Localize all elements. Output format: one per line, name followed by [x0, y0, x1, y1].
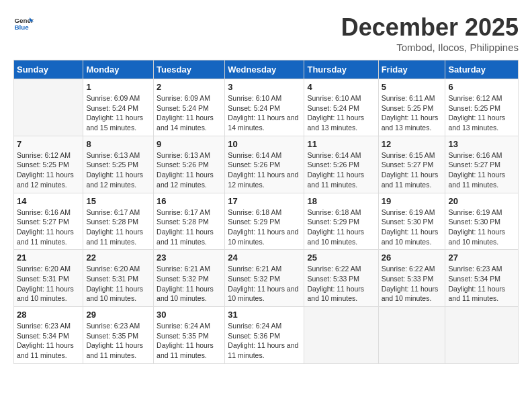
day-info: Sunrise: 6:18 AMSunset: 5:29 PMDaylight:… — [228, 208, 301, 247]
day-number: 18 — [307, 196, 375, 206]
day-cell: 14 Sunrise: 6:16 AMSunset: 5:27 PMDaylig… — [14, 193, 83, 250]
day-cell: 31 Sunrise: 6:24 AMSunset: 5:36 PMDaylig… — [225, 307, 304, 364]
col-header-tuesday: Tuesday — [154, 60, 225, 79]
day-cell: 16 Sunrise: 6:17 AMSunset: 5:28 PMDaylig… — [154, 193, 225, 250]
day-info: Sunrise: 6:14 AMSunset: 5:26 PMDaylight:… — [228, 150, 301, 190]
day-info: Sunrise: 6:20 AMSunset: 5:31 PMDaylight:… — [86, 264, 150, 304]
day-number: 17 — [228, 196, 301, 206]
day-cell: 9 Sunrise: 6:13 AMSunset: 5:26 PMDayligh… — [154, 136, 225, 193]
day-cell: 10 Sunrise: 6:14 AMSunset: 5:26 PMDaylig… — [225, 136, 304, 193]
day-number: 14 — [17, 196, 80, 206]
col-header-saturday: Saturday — [445, 60, 519, 79]
day-info: Sunrise: 6:16 AMSunset: 5:27 PMDaylight:… — [448, 150, 515, 190]
day-cell — [304, 307, 378, 364]
day-cell: 17 Sunrise: 6:18 AMSunset: 5:29 PMDaylig… — [225, 193, 304, 250]
day-cell: 2 Sunrise: 6:09 AMSunset: 5:24 PMDayligh… — [154, 79, 225, 136]
day-number: 28 — [17, 310, 80, 320]
day-number: 31 — [228, 310, 301, 320]
day-number: 2 — [157, 82, 222, 92]
day-cell — [14, 79, 83, 136]
day-number: 8 — [86, 139, 150, 149]
title-block: December 2025 Tombod, Ilocos, Philippine… — [341, 13, 519, 53]
col-header-thursday: Thursday — [304, 60, 378, 79]
calendar-table: SundayMondayTuesdayWednesdayThursdayFrid… — [13, 60, 519, 364]
day-cell: 29 Sunrise: 6:23 AMSunset: 5:35 PMDaylig… — [83, 307, 154, 364]
day-cell: 4 Sunrise: 6:10 AMSunset: 5:24 PMDayligh… — [304, 79, 378, 136]
day-info: Sunrise: 6:22 AMSunset: 5:33 PMDaylight:… — [307, 264, 375, 304]
day-info: Sunrise: 6:24 AMSunset: 5:35 PMDaylight:… — [157, 321, 222, 361]
day-cell: 20 Sunrise: 6:19 AMSunset: 5:30 PMDaylig… — [445, 193, 519, 250]
day-cell: 12 Sunrise: 6:15 AMSunset: 5:27 PMDaylig… — [378, 136, 445, 193]
day-number: 24 — [228, 253, 301, 263]
day-info: Sunrise: 6:23 AMSunset: 5:34 PMDaylight:… — [448, 264, 515, 304]
day-number: 10 — [228, 139, 301, 149]
week-row-1: 1 Sunrise: 6:09 AMSunset: 5:24 PMDayligh… — [14, 79, 519, 136]
col-header-sunday: Sunday — [14, 60, 83, 79]
day-info: Sunrise: 6:10 AMSunset: 5:24 PMDaylight:… — [228, 93, 301, 133]
day-cell: 27 Sunrise: 6:23 AMSunset: 5:34 PMDaylig… — [445, 250, 519, 307]
day-info: Sunrise: 6:09 AMSunset: 5:24 PMDaylight:… — [86, 93, 150, 133]
day-info: Sunrise: 6:20 AMSunset: 5:31 PMDaylight:… — [17, 264, 80, 304]
logo: General Blue — [13, 13, 34, 34]
day-number: 25 — [307, 253, 375, 263]
day-cell: 22 Sunrise: 6:20 AMSunset: 5:31 PMDaylig… — [83, 250, 154, 307]
day-info: Sunrise: 6:12 AMSunset: 5:25 PMDaylight:… — [17, 150, 80, 190]
week-row-4: 21 Sunrise: 6:20 AMSunset: 5:31 PMDaylig… — [14, 250, 519, 307]
logo-icon: General Blue — [13, 13, 34, 34]
col-header-friday: Friday — [378, 60, 445, 79]
day-cell — [445, 307, 519, 364]
day-number: 22 — [86, 253, 150, 263]
week-row-3: 14 Sunrise: 6:16 AMSunset: 5:27 PMDaylig… — [14, 193, 519, 250]
day-cell: 25 Sunrise: 6:22 AMSunset: 5:33 PMDaylig… — [304, 250, 378, 307]
day-number: 23 — [157, 253, 222, 263]
day-number: 6 — [448, 82, 515, 92]
day-cell: 18 Sunrise: 6:18 AMSunset: 5:29 PMDaylig… — [304, 193, 378, 250]
day-info: Sunrise: 6:13 AMSunset: 5:25 PMDaylight:… — [86, 150, 150, 190]
day-info: Sunrise: 6:23 AMSunset: 5:35 PMDaylight:… — [86, 321, 150, 361]
day-cell: 24 Sunrise: 6:21 AMSunset: 5:32 PMDaylig… — [225, 250, 304, 307]
day-info: Sunrise: 6:17 AMSunset: 5:28 PMDaylight:… — [86, 208, 150, 247]
day-info: Sunrise: 6:10 AMSunset: 5:24 PMDaylight:… — [307, 93, 375, 133]
day-number: 3 — [228, 82, 301, 92]
day-info: Sunrise: 6:13 AMSunset: 5:26 PMDaylight:… — [157, 150, 222, 190]
day-number: 29 — [86, 310, 150, 320]
day-number: 13 — [448, 139, 515, 149]
day-number: 5 — [382, 82, 443, 92]
day-cell: 6 Sunrise: 6:12 AMSunset: 5:25 PMDayligh… — [445, 79, 519, 136]
day-cell: 13 Sunrise: 6:16 AMSunset: 5:27 PMDaylig… — [445, 136, 519, 193]
day-cell: 19 Sunrise: 6:19 AMSunset: 5:30 PMDaylig… — [378, 193, 445, 250]
day-number: 12 — [382, 139, 443, 149]
svg-text:Blue: Blue — [15, 24, 30, 31]
day-info: Sunrise: 6:22 AMSunset: 5:33 PMDaylight:… — [382, 264, 443, 304]
month-title: December 2025 — [341, 13, 519, 42]
day-info: Sunrise: 6:09 AMSunset: 5:24 PMDaylight:… — [157, 93, 222, 133]
day-cell: 21 Sunrise: 6:20 AMSunset: 5:31 PMDaylig… — [14, 250, 83, 307]
day-cell: 30 Sunrise: 6:24 AMSunset: 5:35 PMDaylig… — [154, 307, 225, 364]
day-info: Sunrise: 6:19 AMSunset: 5:30 PMDaylight:… — [382, 208, 443, 247]
day-number: 11 — [307, 139, 375, 149]
day-info: Sunrise: 6:11 AMSunset: 5:25 PMDaylight:… — [382, 93, 443, 133]
week-row-5: 28 Sunrise: 6:23 AMSunset: 5:34 PMDaylig… — [14, 307, 519, 364]
day-info: Sunrise: 6:12 AMSunset: 5:25 PMDaylight:… — [448, 93, 515, 133]
day-info: Sunrise: 6:19 AMSunset: 5:30 PMDaylight:… — [448, 208, 515, 247]
day-info: Sunrise: 6:23 AMSunset: 5:34 PMDaylight:… — [17, 321, 80, 361]
day-info: Sunrise: 6:21 AMSunset: 5:32 PMDaylight:… — [228, 264, 301, 304]
day-number: 20 — [448, 196, 515, 206]
day-info: Sunrise: 6:18 AMSunset: 5:29 PMDaylight:… — [307, 208, 375, 247]
day-cell: 5 Sunrise: 6:11 AMSunset: 5:25 PMDayligh… — [378, 79, 445, 136]
day-number: 9 — [157, 139, 222, 149]
day-number: 19 — [382, 196, 443, 206]
day-cell: 23 Sunrise: 6:21 AMSunset: 5:32 PMDaylig… — [154, 250, 225, 307]
day-cell: 11 Sunrise: 6:14 AMSunset: 5:26 PMDaylig… — [304, 136, 378, 193]
page-header: General Blue December 2025 Tombod, Iloco… — [13, 13, 519, 53]
header-row: SundayMondayTuesdayWednesdayThursdayFrid… — [14, 60, 519, 79]
day-cell: 15 Sunrise: 6:17 AMSunset: 5:28 PMDaylig… — [83, 193, 154, 250]
col-header-wednesday: Wednesday — [225, 60, 304, 79]
day-info: Sunrise: 6:24 AMSunset: 5:36 PMDaylight:… — [228, 321, 301, 361]
day-number: 27 — [448, 253, 515, 263]
day-cell: 3 Sunrise: 6:10 AMSunset: 5:24 PMDayligh… — [225, 79, 304, 136]
day-number: 21 — [17, 253, 80, 263]
day-info: Sunrise: 6:14 AMSunset: 5:26 PMDaylight:… — [307, 150, 375, 190]
location-subtitle: Tombod, Ilocos, Philippines — [341, 42, 519, 53]
day-number: 7 — [17, 139, 80, 149]
